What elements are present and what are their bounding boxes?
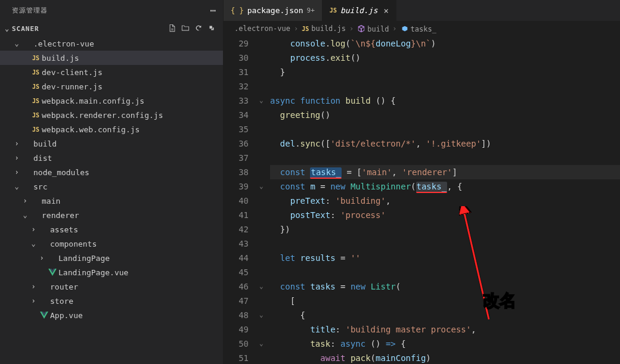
tree-item[interactable]: JSwebpack.main.config.js [0,94,223,108]
close-icon[interactable]: × [382,6,389,15]
tree-item[interactable]: JSdev-client.js [0,65,223,79]
tree-item[interactable]: ⌄components [0,237,223,251]
tree-item[interactable]: ›node_modules [0,165,223,179]
tree-item[interactable]: JSbuild.js [0,51,223,65]
tree-item[interactable]: ›main [0,194,223,208]
tree-item[interactable]: ⌄renderer [0,208,223,222]
tree-item[interactable]: ›LandingPage [0,251,223,265]
chevron-icon: › [12,154,21,162]
breadcrumbs[interactable]: .electron-vue›JSbuild.js›build›tasks_ [224,21,620,36]
sidebar-header: 资源管理器 ⋯ [0,0,223,21]
breadcrumb-item[interactable]: tasks_ [401,24,436,33]
tree-item[interactable]: JSdev-runner.js [0,79,223,94]
file-tree[interactable]: ⌄.electron-vueJSbuild.jsJSdev-client.jsJ… [0,36,223,364]
tab[interactable]: JSbuild.js× [323,0,396,21]
collapse-icon[interactable] [207,24,216,34]
section-header[interactable]: ⌄ SCANER [0,21,223,36]
tree-item[interactable]: App.vue [0,308,223,322]
tree-item[interactable]: ›store [0,294,223,308]
code-editor[interactable]: 2930313233343536373839404142434445464748… [224,36,620,364]
chevron-icon: › [29,297,38,305]
new-file-icon[interactable] [168,24,176,34]
chevron-icon: ⌄ [20,211,30,219]
tree-item[interactable]: JSwebpack.web.config.js [0,122,223,136]
chevron-icon: › [37,254,46,262]
chevron-icon: › [20,197,30,205]
breadcrumb-item[interactable]: JSbuild.js [302,24,346,33]
tree-item[interactable]: ⌄.electron-vue [0,36,223,51]
new-folder-icon[interactable] [181,24,190,34]
breadcrumb-item[interactable]: build [357,24,389,33]
chevron-icon: › [29,225,38,234]
tab[interactable]: { }package.json9+ [224,0,323,21]
chevron-icon: ⌄ [12,39,21,48]
tree-item[interactable]: ›build [0,136,223,151]
breadcrumb-item[interactable]: .electron-vue [234,24,290,33]
fold-column[interactable]: ⌄⌄⌄⌄⌄ [259,36,270,364]
tree-item[interactable]: ⌄src [0,179,223,194]
sidebar: 资源管理器 ⋯ ⌄ SCANER ⌄.electron-vueJSbuild.j… [0,0,224,364]
tree-item[interactable]: JSwebpack.renderer.config.js [0,108,223,122]
chevron-icon: ⌄ [12,182,21,191]
chevron-icon: ⌄ [29,239,38,248]
annotation-text: 改名 [483,294,516,308]
tree-item[interactable]: ›router [0,279,223,294]
chevron-down-icon: ⌄ [2,24,12,33]
tab-bar[interactable]: { }package.json9+JSbuild.js× [224,0,620,21]
explorer-title: 资源管理器 [12,6,207,15]
tree-item[interactable]: ›dist [0,151,223,165]
chevron-icon: › [12,139,21,148]
chevron-icon: › [29,282,38,291]
tree-item[interactable]: LandingPage.vue [0,265,223,279]
refresh-icon[interactable] [194,24,203,34]
line-numbers: 2930313233343536373839404142434445464748… [224,36,259,364]
chevron-icon: › [12,168,21,176]
editor-area: { }package.json9+JSbuild.js× .electron-v… [224,0,620,364]
tree-item[interactable]: ›assets [0,222,223,237]
code-content[interactable]: console.log(`\n${doneLog}\n`) process.ex… [270,36,620,364]
section-label: SCANER [12,25,168,33]
more-icon[interactable]: ⋯ [207,5,218,16]
